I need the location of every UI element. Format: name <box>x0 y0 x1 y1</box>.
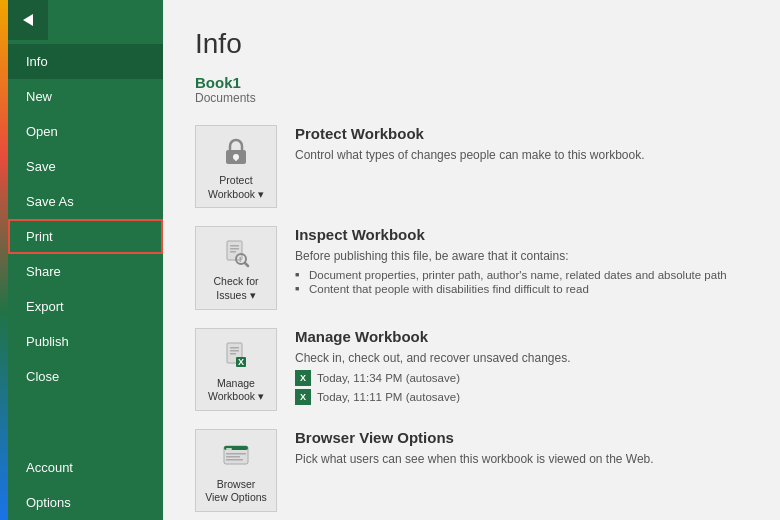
protect-icon <box>218 134 254 170</box>
excel-icon-2: X <box>295 389 311 405</box>
sidebar-item-share[interactable]: Share <box>8 254 163 289</box>
inspect-content: Inspect Workbook Before publishing this … <box>295 226 727 297</box>
browser-desc: Pick what users can see when this workbo… <box>295 450 654 468</box>
inspect-list: Document properties, printer path, autho… <box>295 269 727 295</box>
sidebar-divider <box>8 394 163 410</box>
protect-button-label: ProtectWorkbook ▾ <box>208 174 264 201</box>
workbook-path: Documents <box>195 91 748 105</box>
manage-title: Manage Workbook <box>295 328 571 345</box>
manage-content: Manage Workbook Check in, check out, and… <box>295 328 571 405</box>
inspect-button-label: Check forIssues ▾ <box>214 275 259 302</box>
sidebar-item-close[interactable]: Close <box>8 359 163 394</box>
autosave-item-2: X Today, 11:11 PM (autosave) <box>295 389 571 405</box>
sidebar-item-print[interactable]: Print <box>8 219 163 254</box>
sidebar-bottom: Account Options <box>8 450 163 520</box>
svg-rect-21 <box>226 459 243 461</box>
sidebar-item-new[interactable]: New <box>8 79 163 114</box>
browser-icon <box>218 438 254 474</box>
sidebar-item-save[interactable]: Save <box>8 149 163 184</box>
sidebar-item-saveas[interactable]: Save As <box>8 184 163 219</box>
inspect-section: ! Check forIssues ▾ Inspect Workbook Bef… <box>195 226 748 309</box>
sidebar-item-publish[interactable]: Publish <box>8 324 163 359</box>
sidebar: Info New Open Save Save As Print Share E… <box>8 0 163 520</box>
browser-view-button[interactable]: BrowserView Options <box>195 429 277 512</box>
svg-rect-18 <box>226 448 232 450</box>
manage-workbook-button[interactable]: X ManageWorkbook ▾ <box>195 328 277 411</box>
svg-rect-13 <box>230 353 236 355</box>
svg-rect-2 <box>235 157 237 161</box>
workbook-name: Book1 <box>195 74 748 91</box>
sidebar-item-open[interactable]: Open <box>8 114 163 149</box>
manage-button-label: ManageWorkbook ▾ <box>208 377 264 404</box>
back-arrow-icon <box>23 14 33 26</box>
sidebar-item-account[interactable]: Account <box>8 450 163 485</box>
protect-workbook-button[interactable]: ProtectWorkbook ▾ <box>195 125 277 208</box>
protect-desc: Control what types of changes people can… <box>295 146 645 164</box>
sidebar-item-export[interactable]: Export <box>8 289 163 324</box>
browser-section: BrowserView Options Browser View Options… <box>195 429 748 512</box>
main-content: Info Book1 Documents ProtectWorkbook ▾ P… <box>163 0 780 520</box>
excel-icon-1: X <box>295 370 311 386</box>
back-button[interactable] <box>8 0 48 40</box>
check-issues-button[interactable]: ! Check forIssues ▾ <box>195 226 277 309</box>
inspect-icon: ! <box>218 235 254 271</box>
inspect-title: Inspect Workbook <box>295 226 727 243</box>
manage-desc: Check in, check out, and recover unsaved… <box>295 349 571 367</box>
protect-section: ProtectWorkbook ▾ Protect Workbook Contr… <box>195 125 748 208</box>
page-title: Info <box>195 28 748 60</box>
sidebar-item-options[interactable]: Options <box>8 485 163 520</box>
svg-text:X: X <box>238 357 244 367</box>
browser-button-label: BrowserView Options <box>205 478 267 505</box>
svg-rect-4 <box>230 245 239 247</box>
svg-line-8 <box>245 263 248 266</box>
left-accent <box>0 0 8 520</box>
sidebar-item-info[interactable]: Info <box>8 44 163 79</box>
svg-rect-12 <box>230 350 239 352</box>
svg-rect-20 <box>226 456 240 458</box>
browser-content: Browser View Options Pick what users can… <box>295 429 654 468</box>
manage-icon: X <box>218 337 254 373</box>
protect-content: Protect Workbook Control what types of c… <box>295 125 645 164</box>
svg-rect-11 <box>230 347 239 349</box>
browser-title: Browser View Options <box>295 429 654 446</box>
svg-rect-19 <box>226 453 246 455</box>
inspect-desc: Before publishing this file, be aware th… <box>295 247 727 265</box>
protect-title: Protect Workbook <box>295 125 645 142</box>
autosave-item-1: X Today, 11:34 PM (autosave) <box>295 370 571 386</box>
inspect-list-item-2: Content that people with disabilities fi… <box>295 283 727 295</box>
svg-text:!: ! <box>239 256 241 263</box>
svg-rect-5 <box>230 248 239 250</box>
manage-section: X ManageWorkbook ▾ Manage Workbook Check… <box>195 328 748 411</box>
inspect-list-item-1: Document properties, printer path, autho… <box>295 269 727 281</box>
svg-rect-6 <box>230 251 236 253</box>
